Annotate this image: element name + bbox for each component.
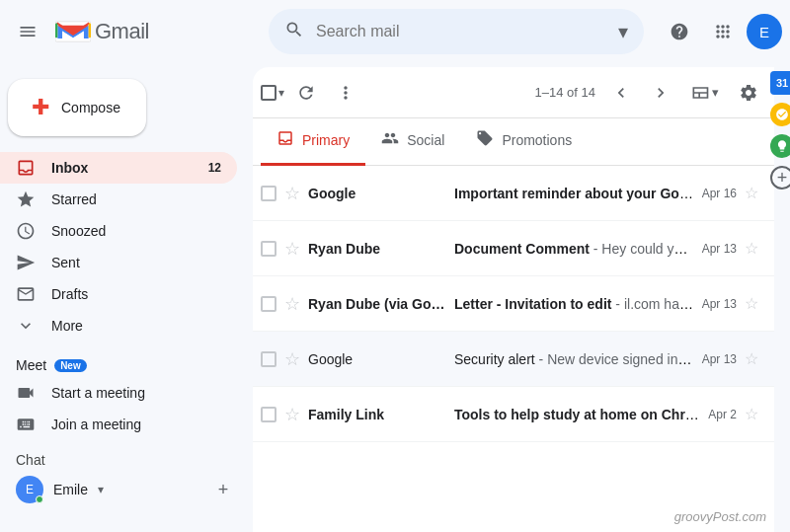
starred-label: Starred	[51, 191, 97, 207]
tab-promotions[interactable]: Promotions	[460, 118, 588, 166]
more-options-button[interactable]	[328, 75, 363, 111]
email-row[interactable]: ☆ Google Security alert - New device sig…	[253, 332, 774, 387]
chat-label: Chat	[16, 452, 45, 468]
email-snippet: - New device signed in to emiledube02@gm…	[539, 351, 694, 367]
email-body: Letter - Invitation to edit - il.com has…	[454, 296, 694, 312]
search-bar[interactable]: ▾	[269, 9, 644, 54]
inbox-icon	[16, 158, 36, 178]
email-star-right[interactable]: ☆	[745, 349, 758, 368]
email-date: Apr 2	[708, 408, 737, 421]
email-sender: Ryan Dube (via Goog.	[308, 296, 446, 312]
select-all-checkbox[interactable]	[261, 85, 276, 101]
more-label: More	[51, 318, 83, 334]
chat-dropdown-icon[interactable]: ▾	[98, 483, 104, 496]
tab-primary-label: Primary	[302, 132, 350, 148]
start-meeting-button[interactable]: Start a meeting	[0, 377, 237, 409]
refresh-button[interactable]	[288, 75, 324, 111]
email-snippet: - Hey could you take care of this paragr…	[593, 241, 694, 257]
sidebar: ✚ Compose Inbox 12 Starred Snoozed	[0, 63, 253, 532]
chat-section: Chat E Emile ▾ +	[0, 448, 253, 507]
email-star-right[interactable]: ☆	[745, 294, 758, 313]
search-dropdown-icon[interactable]: ▾	[618, 20, 628, 43]
settings-button[interactable]	[731, 75, 766, 111]
email-subject: Tools to help study at home on Chromeboo…	[454, 407, 700, 422]
svg-rect-1	[55, 23, 57, 38]
add-strip-button[interactable]: +	[770, 166, 790, 190]
email-checkbox[interactable]	[261, 407, 276, 422]
star-icon[interactable]: ☆	[284, 348, 300, 370]
tabs-row: Primary Social Promotions	[253, 118, 774, 166]
sidebar-item-sent[interactable]: Sent	[0, 247, 237, 278]
email-star-right[interactable]: ☆	[745, 405, 758, 423]
email-panel: ▾ 1–14 of 14 ▾	[253, 67, 774, 532]
tab-social[interactable]: Social	[365, 118, 460, 166]
inbox-label: Inbox	[51, 160, 88, 176]
keep-strip-icon[interactable]	[770, 134, 790, 158]
sent-label: Sent	[51, 255, 80, 270]
email-subject: Letter - Invitation to edit	[454, 296, 611, 312]
search-icon	[284, 20, 304, 44]
keyboard-icon	[16, 415, 36, 434]
email-row[interactable]: ☆ Google Important reminder about your G…	[253, 166, 774, 221]
next-page-button[interactable]	[643, 75, 678, 111]
email-body: Tools to help study at home on Chromeboo…	[454, 407, 700, 422]
more-chevron-icon	[16, 316, 36, 336]
help-button[interactable]	[660, 12, 699, 51]
calendar-strip-icon[interactable]: 31	[770, 71, 790, 95]
email-row[interactable]: ☆ Family Link Tools to help study at hom…	[253, 387, 774, 442]
email-star-right[interactable]: ☆	[745, 184, 758, 202]
email-list: ☆ Google Important reminder about your G…	[253, 166, 774, 532]
menu-icon[interactable]	[8, 12, 47, 51]
search-input[interactable]	[316, 23, 610, 40]
online-indicator	[36, 495, 43, 503]
email-checkbox[interactable]	[261, 241, 276, 257]
email-subject: Security alert	[454, 351, 535, 367]
view-options-button[interactable]: ▾	[682, 79, 727, 107]
starred-icon	[16, 190, 36, 209]
chat-user-item[interactable]: E Emile ▾ +	[0, 472, 253, 507]
email-body: Security alert - New device signed in to…	[454, 351, 694, 367]
email-sender: Ryan Dube	[308, 241, 446, 257]
topbar-left: Gmail	[8, 12, 261, 51]
email-checkbox[interactable]	[261, 296, 276, 312]
email-date: Apr 13	[702, 242, 737, 256]
email-row[interactable]: ☆ Ryan Dube (via Goog. Letter - Invitati…	[253, 276, 774, 332]
sidebar-item-starred[interactable]: Starred	[0, 184, 237, 215]
join-meeting-button[interactable]: Join a meeting	[0, 409, 237, 440]
email-row[interactable]: ☆ Ryan Dube Document Comment - Hey could…	[253, 221, 774, 276]
drafts-icon	[16, 284, 36, 304]
sidebar-item-drafts[interactable]: Drafts	[0, 278, 237, 310]
tasks-strip-icon[interactable]	[770, 103, 790, 126]
snoozed-label: Snoozed	[51, 223, 106, 239]
email-body: Important reminder about your Google Acc…	[454, 186, 694, 201]
tab-primary[interactable]: Primary	[261, 118, 365, 166]
star-icon[interactable]: ☆	[284, 404, 300, 425]
email-checkbox[interactable]	[261, 351, 276, 367]
select-all-wrap: ▾	[261, 85, 284, 101]
select-dropdown-icon[interactable]: ▾	[278, 86, 284, 100]
star-icon[interactable]: ☆	[284, 238, 300, 260]
meet-header: Meet New	[0, 353, 253, 377]
chat-add-button[interactable]: +	[209, 476, 237, 503]
topbar-right: E	[660, 12, 782, 51]
apps-button[interactable]	[703, 12, 743, 51]
sidebar-item-inbox[interactable]: Inbox 12	[0, 152, 237, 184]
right-strip: 31 +	[774, 63, 790, 532]
sidebar-item-snoozed[interactable]: Snoozed	[0, 215, 237, 247]
email-sender: Family Link	[308, 407, 446, 422]
compose-label: Compose	[61, 100, 120, 115]
email-body: Document Comment - Hey could you take ca…	[454, 241, 694, 257]
email-content: Ryan Dube (via Goog. Letter - Invitation…	[308, 296, 694, 312]
email-checkbox[interactable]	[261, 186, 276, 201]
snoozed-icon	[16, 221, 36, 241]
email-subject: Document Comment	[454, 241, 590, 257]
avatar[interactable]: E	[747, 14, 782, 49]
sidebar-item-more[interactable]: More	[0, 310, 237, 342]
prev-page-button[interactable]	[603, 75, 639, 111]
compose-button[interactable]: ✚ Compose	[8, 79, 146, 136]
star-icon[interactable]: ☆	[284, 293, 300, 315]
email-sender: Google	[308, 186, 446, 201]
email-star-right[interactable]: ☆	[745, 239, 758, 258]
star-icon[interactable]: ☆	[284, 183, 300, 204]
email-date: Apr 16	[702, 187, 737, 200]
